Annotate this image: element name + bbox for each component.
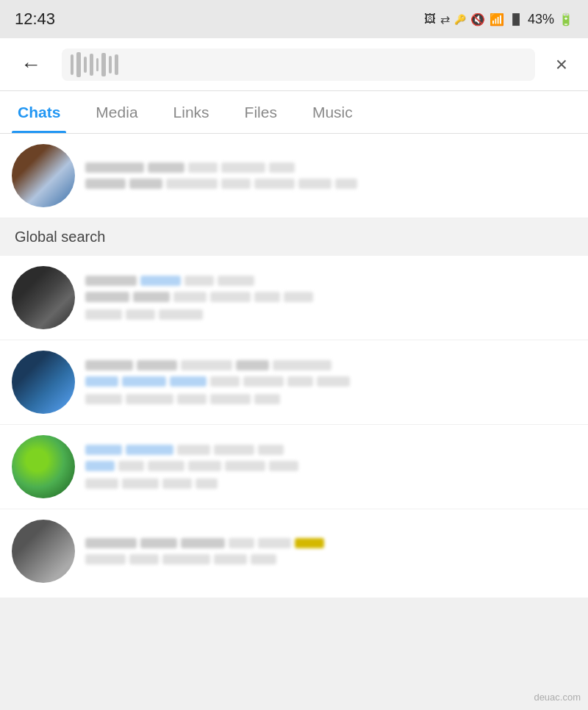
list-item[interactable] — [0, 509, 588, 598]
list-item[interactable] — [0, 425, 588, 509]
status-time: 12:43 — [15, 10, 55, 29]
wifi-status-icon: 📶 — [490, 12, 504, 26]
signal-status-icon: ▐▌ — [509, 13, 523, 25]
chat-preview-line — [85, 179, 576, 189]
list-item[interactable] — [0, 256, 588, 340]
chat-extra-line — [85, 478, 576, 489]
avatar — [12, 435, 75, 498]
mute-status-icon: 🔇 — [470, 12, 485, 26]
chat-preview-line — [85, 554, 576, 564]
chat-name-line — [85, 276, 576, 286]
avatar — [12, 520, 75, 583]
tab-chats[interactable]: Chats — [0, 91, 78, 133]
battery-status: 43% — [528, 12, 554, 27]
status-icons: 🖼 ⇄ 🔑 🔇 📶 ▐▌ 43% 🔋 — [424, 12, 573, 27]
avatar — [12, 144, 75, 207]
sync-status-icon: ⇄ — [440, 12, 450, 26]
content-area: Global search — [0, 134, 588, 598]
chat-name-line — [85, 445, 576, 455]
battery-icon: 🔋 — [559, 12, 573, 26]
close-button[interactable]: × — [550, 47, 573, 82]
image-status-icon: 🖼 — [424, 12, 436, 26]
chat-content — [85, 162, 576, 189]
chat-name-line — [85, 538, 576, 548]
chat-content — [85, 360, 576, 404]
list-item[interactable] — [0, 340, 588, 425]
tab-music[interactable]: Music — [295, 91, 370, 133]
chat-content — [85, 538, 576, 564]
tab-media[interactable]: Media — [78, 91, 155, 133]
vpn-status-icon: 🔑 — [454, 14, 466, 25]
chat-preview-line — [85, 292, 576, 302]
chat-name-line — [85, 162, 576, 173]
tab-files[interactable]: Files — [227, 91, 295, 133]
chat-content — [85, 276, 576, 320]
back-button[interactable]: ← — [15, 47, 47, 82]
chat-preview-line — [85, 376, 576, 387]
watermark: deuac.com — [534, 692, 581, 703]
chat-content — [85, 445, 576, 489]
search-visual — [71, 52, 118, 77]
nav-bar: ← × — [0, 38, 588, 91]
chat-extra-line — [85, 309, 576, 320]
chat-extra-line — [85, 394, 576, 404]
tab-links[interactable]: Links — [156, 91, 227, 133]
status-bar: 12:43 🖼 ⇄ 🔑 🔇 📶 ▐▌ 43% 🔋 — [0, 0, 588, 38]
search-bar[interactable] — [62, 49, 535, 81]
tabs-container: Chats Media Links Files Music — [0, 91, 588, 134]
avatar — [12, 351, 75, 414]
section-header: Global search — [0, 218, 588, 256]
list-item[interactable] — [0, 134, 588, 218]
chat-preview-line — [85, 461, 576, 471]
chat-name-line — [85, 360, 576, 370]
avatar — [12, 266, 75, 329]
